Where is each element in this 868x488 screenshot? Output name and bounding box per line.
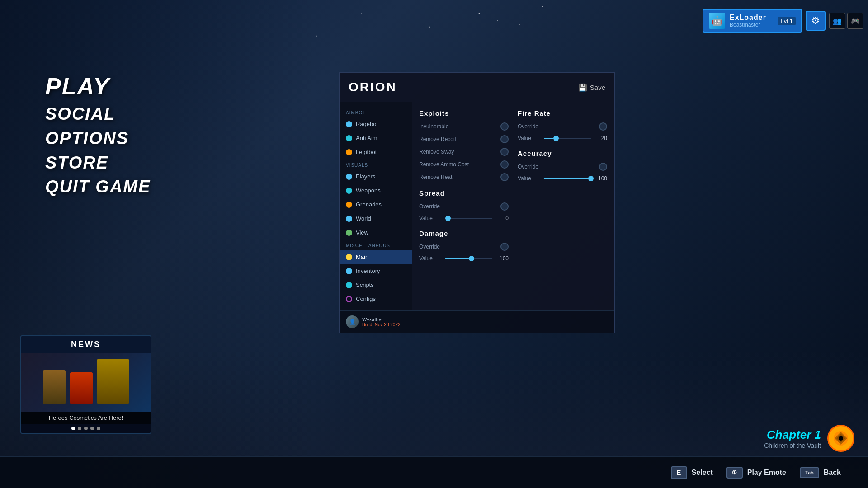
player-info: 🤖 ExLoader Beastmaster Lvl 1 ⚙ 👥 🎮 [703, 9, 863, 33]
main-label: Main [356, 253, 368, 260]
inventory-label: Inventory [356, 267, 380, 274]
anti-aim-label: Anti Aim [356, 135, 377, 141]
remove-sway-label: Remove Sway [419, 149, 454, 155]
nav-main[interactable]: Main [340, 250, 412, 264]
spread-value-row: Value 0 [419, 215, 509, 221]
category-misc: Miscellaneous [340, 239, 412, 250]
menu-item-store[interactable]: STORE [45, 153, 151, 174]
remove-recoil-row: Remove Recoil [419, 135, 509, 143]
dot-1[interactable] [71, 427, 75, 430]
nav-grenades[interactable]: Grenades [340, 197, 412, 211]
gear-button[interactable]: ⚙ [806, 11, 826, 31]
spread-section: Spread Override Value 0 [419, 189, 509, 221]
inventory-icon [346, 268, 352, 274]
ragebot-icon [346, 121, 352, 127]
anti-aim-icon [346, 135, 352, 141]
accuracy-override-toggle[interactable] [599, 163, 607, 171]
spread-slider-thumb[interactable] [445, 216, 451, 221]
remove-ammo-label: Remove Ammo Cost [419, 161, 469, 168]
weapons-label: Weapons [356, 187, 381, 194]
player-details: ExLoader Beastmaster [730, 14, 774, 28]
remove-recoil-toggle[interactable] [500, 135, 509, 143]
svg-point-5 [519, 24, 520, 25]
nav-legitbot[interactable]: Legitbot [340, 145, 412, 159]
menu-item-quit[interactable]: QUIT GAME [45, 177, 151, 197]
svg-point-7 [316, 36, 317, 37]
accuracy-slider-thumb[interactable] [588, 176, 594, 181]
nav-view[interactable]: View [340, 225, 412, 239]
category-visuals: Visuals [340, 159, 412, 169]
content-area: Exploits Invulnerable Remove Recoil Remo… [412, 102, 614, 310]
remove-ammo-toggle[interactable] [500, 160, 509, 169]
svg-point-0 [479, 13, 480, 14]
dot-3[interactable] [84, 427, 88, 430]
accuracy-title: Accuracy [518, 150, 607, 157]
chapter-info: Chapter 1 Children of the Vault [764, 425, 854, 452]
bottom-bar: E Select ① Play Emote Tab Back [0, 456, 868, 488]
fire-rate-title: Fire Rate [518, 109, 607, 117]
fire-rate-override-label: Override [518, 123, 538, 130]
spread-override-toggle[interactable] [500, 202, 509, 211]
fire-rate-slider-thumb[interactable] [553, 136, 559, 141]
menu-item-options[interactable]: OPTIONS [45, 128, 151, 149]
svg-point-9 [839, 436, 843, 441]
remove-heat-label: Remove Heat [419, 174, 452, 180]
remove-sway-toggle[interactable] [500, 148, 509, 156]
fire-rate-section: Fire Rate Override Value 20 [518, 109, 607, 141]
scripts-icon [346, 282, 352, 288]
player-name: ExLoader [730, 14, 774, 22]
svg-point-4 [542, 6, 543, 7]
nav-inventory[interactable]: Inventory [340, 264, 412, 278]
action-icons: 👥 🎮 [829, 13, 863, 29]
damage-value-row: Value 100 [419, 255, 509, 262]
back-action[interactable]: Tab Back [800, 467, 841, 478]
fire-rate-slider-track [544, 138, 591, 139]
damage-override-row: Override [419, 243, 509, 251]
news-dots [21, 424, 151, 433]
panel-header: ORION 💾 Save [340, 73, 614, 102]
news-title: NEWS [21, 336, 151, 353]
invulnerable-toggle[interactable] [500, 122, 509, 131]
nav-scripts[interactable]: Scripts [340, 278, 412, 292]
dot-5[interactable] [97, 427, 100, 430]
build-date: Nov 20 2022 [375, 322, 401, 327]
players-icon [346, 174, 352, 180]
nav-configs[interactable]: Configs [340, 292, 412, 306]
menu-item-social[interactable]: SOCIAL [45, 104, 151, 125]
spread-title: Spread [419, 189, 509, 197]
right-column: Fire Rate Override Value 20 [518, 109, 607, 270]
accuracy-value-row: Value 100 [518, 175, 607, 182]
fire-rate-override-toggle[interactable] [599, 122, 607, 131]
play-emote-key: ① [726, 467, 743, 479]
damage-slider-thumb[interactable] [469, 256, 474, 261]
view-icon [346, 230, 352, 236]
save-button[interactable]: 💾 Save [578, 83, 605, 92]
chapter-text: Chapter 1 Children of the Vault [764, 428, 821, 449]
menu-item-play[interactable]: PLAY [45, 72, 151, 100]
chapter-subtitle: Children of the Vault [764, 442, 821, 449]
player-card: 🤖 ExLoader Beastmaster Lvl 1 [703, 9, 802, 33]
icon-btn-2[interactable]: 🎮 [847, 13, 863, 29]
icon-btn-1[interactable]: 👥 [829, 13, 845, 29]
damage-value-label: Value [419, 255, 442, 262]
dot-4[interactable] [90, 427, 94, 430]
nav-world[interactable]: World [340, 211, 412, 225]
nav-anti-aim[interactable]: Anti Aim [340, 131, 412, 145]
overlay-panel: ORION 💾 Save Aimbot Ragebot Anti Aim Leg… [339, 72, 615, 333]
nav-weapons[interactable]: Weapons [340, 183, 412, 197]
world-label: World [356, 215, 371, 222]
view-label: View [356, 229, 368, 236]
char-2 [70, 372, 93, 404]
play-emote-action[interactable]: ① Play Emote [726, 467, 786, 479]
nav-ragebot[interactable]: Ragebot [340, 117, 412, 131]
news-image [21, 353, 151, 412]
nav-players[interactable]: Players [340, 169, 412, 183]
damage-section: Damage Override Value 100 [419, 230, 509, 262]
content-grid: Exploits Invulnerable Remove Recoil Remo… [419, 109, 607, 270]
dot-2[interactable] [78, 427, 81, 430]
remove-heat-toggle[interactable] [500, 173, 509, 181]
damage-override-toggle[interactable] [500, 243, 509, 251]
select-action[interactable]: E Select [671, 466, 713, 479]
remove-heat-row: Remove Heat [419, 173, 509, 181]
news-panel: NEWS Heroes Cosmetics Are Here! [20, 335, 151, 434]
